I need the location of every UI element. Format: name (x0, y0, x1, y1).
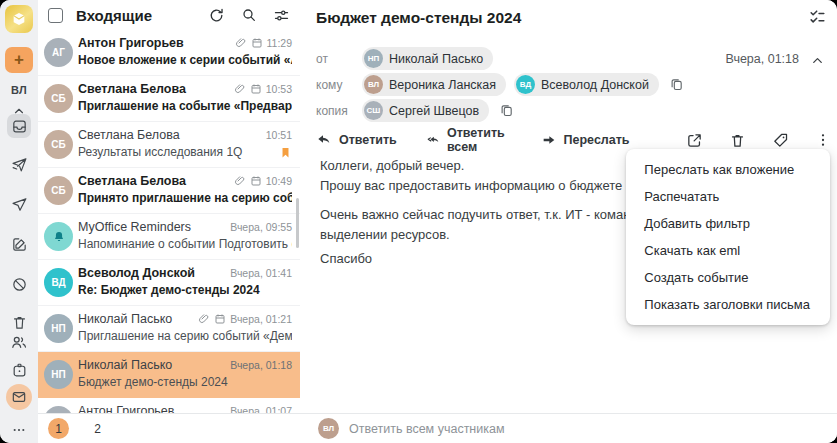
refresh-icon[interactable] (208, 7, 225, 24)
reply-all-button[interactable]: Ответить всем (427, 126, 511, 154)
menu-item-print[interactable]: Распечатать (626, 183, 830, 210)
quick-reply-placeholder: Ответить всем участникам (349, 422, 505, 436)
app-mail-icon[interactable] (6, 384, 32, 410)
email-subject-title: Бюджет демо-стенды 2024 (316, 9, 521, 27)
cc-chip[interactable]: СШ Сергей Швецов (362, 99, 489, 122)
email-row[interactable]: СБ Светлана Белова 10:49 Принято приглаш… (38, 168, 300, 214)
menu-item-add-filter[interactable]: Добавить фильтр (626, 210, 830, 237)
to-chip[interactable]: ВЛ Вероника Ланская (362, 73, 506, 96)
app-calendar-icon[interactable] (7, 358, 31, 382)
open-in-new-window-icon[interactable] (686, 132, 703, 149)
message-list-panel: Входящие АГ Антон Григорьев 11:29 Новое … (38, 0, 301, 443)
list-scrollbar-thumb[interactable] (296, 198, 299, 248)
email-subject: Напоминание о событии Подготовить отчет.… (78, 237, 292, 251)
reading-pane: Бюджет демо-стенды 2024 от НП Николай Па… (300, 0, 837, 443)
body-line: Прошу вас предоставить информацию о бюдж… (320, 176, 637, 196)
email-row[interactable]: СБ Светлана Белова 10:53 Приглашение на … (38, 76, 300, 122)
sender-name: Николай Пасько (78, 312, 198, 326)
sender-name: Всеволод Донской (78, 266, 230, 280)
sender-avatar: НП (44, 314, 73, 343)
email-subject: Re: Бюджет демо-стенды 2024 (78, 283, 292, 297)
reply-icon (316, 132, 332, 148)
sender-avatar: ВД (44, 268, 73, 297)
body-line: Коллеги, добрый вечер. (320, 156, 637, 176)
more-options-icon[interactable] (815, 132, 831, 148)
page-1-button[interactable]: 1 (48, 418, 69, 439)
page-2-button[interactable]: 2 (87, 418, 108, 439)
sender-avatar: АГ (44, 38, 73, 67)
app-contacts-icon[interactable] (7, 330, 31, 354)
from-label: от (316, 52, 354, 66)
contact-avatar: НП (364, 49, 383, 68)
account-avatar[interactable]: ВЛ (0, 84, 38, 96)
email-subject: Приглашение на серию событий «Демо стен.… (78, 329, 292, 343)
flag-bookmark-icon[interactable] (279, 146, 292, 159)
contact-name: Сергей Швецов (389, 104, 479, 118)
email-row[interactable]: СБ Светлана Белова 10:51 Результаты иссл… (38, 122, 300, 168)
sender-avatar: СБ (44, 176, 73, 205)
user-avatar: ВЛ (318, 418, 339, 439)
mail-app-window: + ВЛ (0, 0, 837, 443)
attachment-icon (198, 313, 210, 325)
delete-icon[interactable] (729, 132, 746, 149)
email-row[interactable]: ВД Всеволод Донской Вчера, 01:41 Re: Бюд… (38, 260, 300, 306)
email-time: 10:53 (266, 83, 292, 95)
attachment-icon (234, 83, 246, 95)
reply-button[interactable]: Ответить (316, 132, 397, 148)
email-row[interactable]: АГ Антон Григорьев 11:29 Новое вложение … (38, 30, 300, 76)
email-row[interactable]: MyOffice Reminders Вчера, 09:55 Напомина… (38, 214, 300, 260)
email-rows: АГ Антон Григорьев 11:29 Новое вложение … (38, 30, 300, 414)
folder-inbox-icon[interactable] (7, 114, 31, 138)
forward-button[interactable]: Переслать (541, 132, 630, 148)
event-icon (251, 37, 263, 49)
email-row[interactable]: АГ Антон Григорьев Вчера, 01:07 (38, 398, 300, 414)
folder-outbox-icon[interactable] (7, 152, 31, 176)
sender-name: Николай Пасько (78, 358, 230, 372)
body-line: выделении ресурсов. (320, 225, 637, 245)
compose-button[interactable]: + (5, 47, 33, 73)
to-label: кому (316, 78, 354, 92)
menu-item-show-headers[interactable]: Показать заголовки письма (626, 291, 830, 318)
collapse-header-icon[interactable] (810, 53, 825, 68)
contact-name: Всеволод Донской (541, 78, 649, 92)
context-menu: Переслать как вложение Распечатать Добав… (626, 149, 830, 325)
email-subject: Принято приглашение на серию событий «..… (78, 191, 292, 205)
event-icon (214, 313, 226, 325)
tag-icon[interactable] (772, 132, 789, 149)
contact-name: Вероника Ланская (389, 78, 496, 92)
tasks-checklist-icon[interactable] (808, 8, 827, 27)
sender-name: Светлана Белова (78, 128, 266, 142)
folder-sent-icon[interactable] (7, 192, 31, 216)
email-subject: Новое вложение к серии событий «Аналити.… (78, 53, 292, 67)
folder-drafts-icon[interactable] (7, 232, 31, 256)
email-time: Вчера, 01:41 (230, 267, 292, 279)
email-subject: Результаты исследования 1Q (78, 145, 279, 159)
forward-icon (541, 132, 557, 148)
app-more-icon[interactable] (7, 418, 31, 442)
contact-avatar: ВЛ (364, 75, 383, 94)
app-rail: + ВЛ (0, 0, 39, 443)
menu-item-download-eml[interactable]: Скачать как eml (626, 237, 830, 264)
email-row-selected[interactable]: НП Николай Пасько Вчера, 01:18 Бюджет де… (38, 352, 300, 398)
menu-item-forward-as-attachment[interactable]: Переслать как вложение (626, 156, 830, 183)
folder-title: Входящие (76, 7, 192, 24)
from-chip[interactable]: НП Николай Пасько (362, 47, 493, 70)
sender-name: Светлана Белова (78, 174, 234, 188)
attachment-icon (234, 175, 246, 187)
from-row: от НП Николай Пасько (316, 47, 493, 70)
quick-reply-bar[interactable]: ВЛ Ответить всем участникам (300, 413, 837, 443)
copy-cc-icon[interactable] (499, 103, 514, 118)
filters-icon[interactable] (273, 7, 290, 24)
folder-spam-icon[interactable] (7, 272, 31, 296)
body-line: Спасибо (320, 249, 637, 269)
menu-item-create-event[interactable]: Создать событие (626, 264, 830, 291)
select-all-checkbox[interactable] (48, 8, 63, 23)
sender-avatar: СБ (44, 84, 73, 113)
myoffice-mail-logo-icon (5, 5, 33, 33)
to-chip[interactable]: ВД Всеволод Донской (514, 73, 659, 96)
search-icon[interactable] (241, 7, 257, 23)
copy-recipients-icon[interactable] (669, 77, 684, 92)
email-row[interactable]: НП Николай Пасько Вчера, 01:21 Приглашен… (38, 306, 300, 352)
contact-avatar: ВД (516, 75, 535, 94)
reminder-bell-icon (44, 222, 73, 251)
